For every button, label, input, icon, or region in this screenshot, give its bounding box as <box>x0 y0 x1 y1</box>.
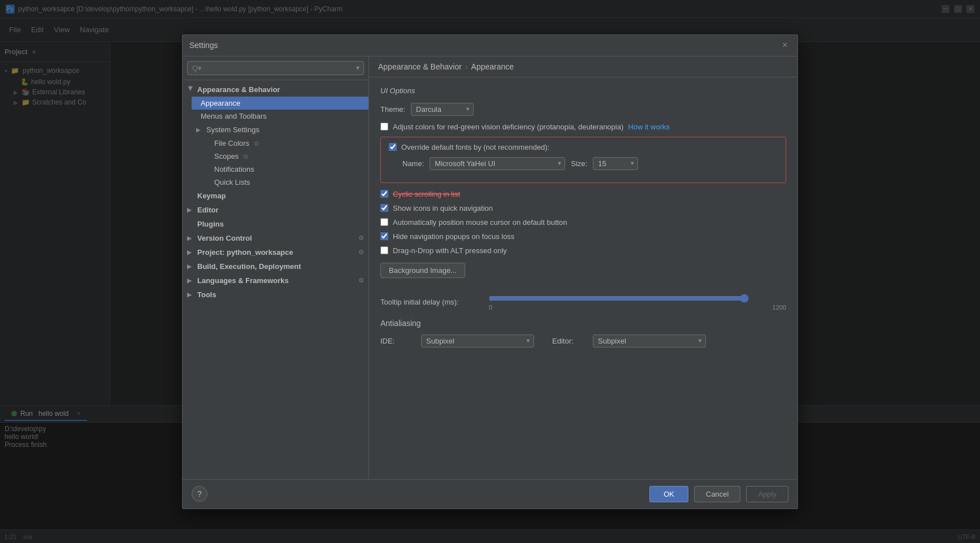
tree-label-build: Build, Execution, Deployment <box>197 262 301 271</box>
tree-label-plugins: Plugins <box>197 220 224 228</box>
font-override-row: Override default fonts by (not recommend… <box>389 143 778 151</box>
font-name-label: Name: <box>402 159 424 168</box>
tooltip-label: Tooltip initial delay (ms): <box>380 298 482 306</box>
font-name-select[interactable]: Microsoft YaHei UI <box>430 157 565 170</box>
tree-leaf-quick-lists[interactable]: Quick Lists <box>201 176 368 189</box>
font-size-select[interactable]: 15 12 13 14 16 18 <box>593 157 638 170</box>
tree-keymap[interactable]: ▶ Keymap <box>183 189 368 203</box>
settings-panel: UI Options Theme: Darcula IntelliJ Windo… <box>369 77 797 479</box>
ide-antialias-label: IDE: <box>380 337 414 345</box>
font-name-row: Name: Microsoft YaHei UI ▼ Size: 15 <box>402 157 778 170</box>
slider-max: 1200 <box>773 304 786 311</box>
tree-label-appearance-behavior: Appearance & Behavior <box>197 85 280 94</box>
settings-search-input[interactable] <box>187 61 364 75</box>
tree-tools[interactable]: ▶ Tools <box>183 288 368 302</box>
cancel-button[interactable]: Cancel <box>694 486 740 502</box>
project-settings-icon: ⚙ <box>358 249 364 256</box>
ui-options-title: UI Options <box>380 86 786 95</box>
dialog-title: Settings <box>189 41 218 50</box>
font-override-checkbox[interactable] <box>389 143 397 151</box>
auto-position-checkbox[interactable] <box>380 218 388 226</box>
dialog-footer: ? OK Cancel Apply <box>183 479 797 509</box>
tooltip-slider[interactable] <box>489 294 749 303</box>
tree-label-languages: Languages & Frameworks <box>197 276 289 285</box>
ide-antialias-row: IDE: Subpixel Greyscale None ▼ Editor: <box>380 335 786 347</box>
show-icons-row: Show icons in quick navigation <box>380 204 786 212</box>
cyclic-scrolling-label: Cyclic scrolling in list <box>393 190 460 198</box>
dnd-label: Drag-n-Drop with ALT pressed only <box>393 246 507 255</box>
lang-settings-icon: ⚙ <box>358 277 364 284</box>
tree-editor[interactable]: ▶ Editor <box>183 203 368 217</box>
theme-select[interactable]: Darcula IntelliJ Windows High contrast <box>411 103 474 116</box>
dnd-row: Drag-n-Drop with ALT pressed only <box>380 246 786 255</box>
tree-arrow-tools: ▶ <box>187 292 194 298</box>
show-icons-checkbox[interactable] <box>380 204 388 212</box>
editor-antialias-select[interactable]: Subpixel Greyscale None <box>593 335 706 347</box>
ide-antialias-select-wrap: Subpixel Greyscale None ▼ <box>421 335 534 347</box>
ide-antialias-select[interactable]: Subpixel Greyscale None <box>421 335 534 347</box>
help-button[interactable]: ? <box>192 486 207 502</box>
font-size-label: Size: <box>571 159 587 168</box>
dnd-checkbox[interactable] <box>380 246 388 254</box>
font-size-select-wrap: 15 12 13 14 16 18 ▼ <box>593 157 638 170</box>
tree-arrow-project: ▶ <box>187 249 194 255</box>
appearance-behavior-children: Appearance Menus and Toolbars ▶ System S… <box>183 97 368 189</box>
auto-position-label: Automatically position mouse cursor on d… <box>393 218 567 227</box>
font-name-select-wrap: Microsoft YaHei UI ▼ <box>430 157 565 170</box>
tree-leaf-notifications[interactable]: Notifications <box>201 163 368 176</box>
ok-button[interactable]: OK <box>649 486 688 502</box>
tooltip-slider-wrap: 0 1200 <box>489 294 786 311</box>
dialog-body: ▾ ▶ Appearance & Behavior Appearance Men… <box>183 57 797 479</box>
search-wrap: ▾ <box>187 61 364 75</box>
color-blind-label: Adjust colors for red-green vision defic… <box>393 123 623 131</box>
auto-position-row: Automatically position mouse cursor on d… <box>380 218 786 227</box>
settings-tree: ▶ Appearance & Behavior Appearance Menus… <box>183 80 368 479</box>
tree-arrow-languages: ▶ <box>187 277 194 284</box>
hide-nav-popups-checkbox[interactable] <box>380 232 388 240</box>
editor-antialias-label: Editor: <box>552 337 586 345</box>
breadcrumb-separator: › <box>465 62 468 71</box>
hide-nav-popups-label: Hide navigation popups on focus loss <box>393 232 514 241</box>
tree-languages[interactable]: ▶ Languages & Frameworks ⚙ <box>183 273 368 288</box>
tree-version-control[interactable]: ▶ Version Control ⚙ <box>183 231 368 245</box>
tree-arrow-build: ▶ <box>187 263 194 270</box>
modal-overlay: Settings × ▾ ▶ Appearance & Behavior <box>0 0 980 543</box>
search-icon: ▾ <box>356 64 359 72</box>
color-blind-checkbox[interactable] <box>380 123 388 131</box>
cyclic-scrolling-checkbox[interactable] <box>380 190 388 198</box>
settings-nav: ▾ ▶ Appearance & Behavior Appearance Men… <box>183 57 369 479</box>
scopes-icon: ⚙ <box>243 153 249 160</box>
tree-plugins[interactable]: ▶ Plugins <box>183 217 368 231</box>
how-it-works-link[interactable]: How it works <box>628 123 670 131</box>
apply-button[interactable]: Apply <box>746 486 788 502</box>
tree-leaf-appearance[interactable]: Appearance <box>192 97 368 110</box>
tree-label-tools: Tools <box>197 290 216 299</box>
editor-antialias-select-wrap: Subpixel Greyscale None ▼ <box>593 335 706 347</box>
file-colors-icon: ⚙ <box>254 140 259 147</box>
theme-label: Theme: <box>380 105 405 114</box>
dialog-close-button[interactable]: × <box>779 40 791 51</box>
tree-label-vc: Version Control <box>197 234 252 242</box>
tree-leaf-menus-toolbars[interactable]: Menus and Toolbars <box>192 110 368 123</box>
cyclic-scrolling-row: Cyclic scrolling in list <box>380 190 786 198</box>
tree-label-system-settings: System Settings <box>206 125 259 134</box>
theme-row: Theme: Darcula IntelliJ Windows High con… <box>380 103 786 116</box>
tree-appearance-behavior[interactable]: ▶ Appearance & Behavior <box>183 82 368 97</box>
tooltip-slider-row: Tooltip initial delay (ms): 0 1200 <box>380 294 786 311</box>
tree-build[interactable]: ▶ Build, Execution, Deployment <box>183 259 368 273</box>
tree-label-editor: Editor <box>197 206 219 214</box>
dialog-titlebar: Settings × <box>183 35 797 57</box>
font-override-label: Override default fonts by (not recommend… <box>401 143 549 151</box>
color-blind-row: Adjust colors for red-green vision defic… <box>380 123 786 131</box>
search-container: ▾ <box>183 57 368 80</box>
theme-select-wrap: Darcula IntelliJ Windows High contrast ▼ <box>411 103 474 116</box>
scopes-label: Scopes <box>214 152 239 160</box>
tree-project[interactable]: ▶ Project: python_worksapce ⚙ <box>183 245 368 259</box>
tree-arrow-system: ▶ <box>196 127 203 133</box>
background-image-button[interactable]: Background Image... <box>380 263 465 278</box>
antialiasing-section: Antialiasing IDE: Subpixel Greyscale Non… <box>380 319 786 347</box>
tree-label-project: Project: python_worksapce <box>197 248 293 257</box>
tree-system-settings[interactable]: ▶ System Settings <box>192 123 368 137</box>
tree-leaf-scopes[interactable]: Scopes ⚙ <box>201 150 368 163</box>
tree-leaf-file-colors[interactable]: File Colors ⚙ <box>201 137 368 150</box>
